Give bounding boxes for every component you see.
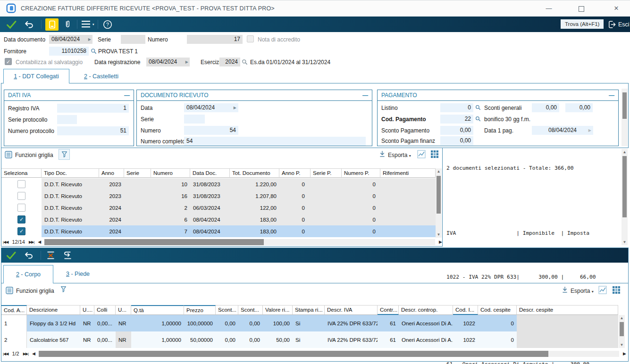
serie-protocollo-field[interactable] bbox=[57, 115, 77, 124]
close-button[interactable]: ✕ bbox=[609, 3, 624, 14]
col-um-1[interactable]: U.... bbox=[80, 305, 94, 315]
esporta-button[interactable]: Esporta ▾ bbox=[571, 288, 594, 294]
scroll-down-icon[interactable]: ▼ bbox=[622, 240, 628, 244]
serie-field[interactable] bbox=[121, 35, 145, 44]
col-serie[interactable]: Serie bbox=[124, 168, 151, 178]
nota-accredito-checkbox[interactable] bbox=[247, 35, 254, 42]
calendar-arrow-icon[interactable]: ▶ bbox=[185, 58, 188, 66]
col-prezzo[interactable]: Prezzo bbox=[184, 305, 216, 315]
delete-row-button[interactable] bbox=[46, 250, 56, 260]
scroll-right-icon[interactable]: ▶ bbox=[439, 240, 442, 244]
row-checkbox[interactable] bbox=[17, 192, 25, 200]
serie-field[interactable] bbox=[184, 115, 205, 124]
first-page-button[interactable]: |◀◀ bbox=[3, 352, 8, 356]
esporta-download-icon[interactable] bbox=[379, 150, 386, 157]
collapse-icon[interactable]: — bbox=[609, 92, 614, 99]
col-tot-documento[interactable]: Tot. Documento bbox=[230, 168, 279, 178]
chart-view-button[interactable] bbox=[417, 150, 426, 158]
post-document-button[interactable] bbox=[45, 18, 59, 31]
listino-lookup-button[interactable] bbox=[475, 105, 481, 110]
col-descrizione[interactable]: Descrizione bbox=[27, 305, 80, 315]
scroll-up-icon[interactable]: ▲ bbox=[619, 316, 625, 320]
col-um-2[interactable]: U... bbox=[116, 305, 131, 315]
tab-corpo[interactable]: 2 - Corpo bbox=[3, 265, 53, 283]
chart-view-button[interactable] bbox=[598, 286, 607, 294]
col-sconto-1[interactable]: Scont... bbox=[216, 305, 238, 315]
sconto-pagam-finanz-field[interactable]: 0,00 bbox=[440, 136, 473, 145]
scroll-up-icon[interactable]: ▲ bbox=[622, 150, 628, 154]
sconto-pagamento-field[interactable]: 0,00 bbox=[440, 126, 473, 135]
col-anno-p[interactable]: Anno P. bbox=[279, 168, 311, 178]
col-qta[interactable]: Q.tà bbox=[131, 305, 184, 315]
col-cod-articolo[interactable]: Cod. A... bbox=[1, 305, 27, 315]
undo-button[interactable] bbox=[24, 19, 34, 30]
hscrollbar[interactable] bbox=[44, 239, 435, 245]
maximize-button[interactable] bbox=[574, 3, 589, 14]
col-tipo-doc[interactable]: Tipo Doc. bbox=[42, 168, 99, 178]
table-row[interactable]: D.D.T. Ricevuto 2023 16 31/08/2023 1.207… bbox=[1, 190, 436, 202]
calendar-arrow-icon[interactable]: ▶ bbox=[234, 103, 236, 112]
ddt-grid-vscrollbar[interactable]: ▲ ▼ bbox=[436, 168, 442, 238]
scrollbar-thumb[interactable] bbox=[620, 322, 624, 336]
esercizio-field[interactable]: 2024 bbox=[219, 58, 240, 66]
panels-scrollbar[interactable] bbox=[622, 89, 628, 146]
numero-protocollo-field[interactable]: 51 bbox=[57, 126, 129, 135]
scroll-down-icon[interactable]: ▼ bbox=[436, 232, 442, 237]
data-registrazione-field[interactable]: 08/04/2024 ▶ bbox=[146, 58, 190, 66]
col-data-doc[interactable]: Data Doc. bbox=[190, 168, 230, 178]
help-button[interactable]: ? bbox=[102, 19, 113, 30]
table-row[interactable]: D.D.T. Ricevuto 2023 10 31/08/2023 1.220… bbox=[1, 178, 436, 190]
funzioni-griglia-button[interactable]: Funzioni griglia bbox=[15, 152, 53, 158]
funzioni-griglia-button[interactable]: Funzioni griglia bbox=[16, 288, 54, 294]
scrollbar-thumb[interactable] bbox=[437, 176, 441, 214]
hscrollbar-thumb[interactable] bbox=[39, 351, 548, 357]
table-row[interactable]: D.D.T. Ricevuto 2024 2 06/03/2024 122,00… bbox=[1, 202, 436, 214]
minimize-button[interactable]: — bbox=[541, 3, 556, 14]
fornitore-code-field[interactable]: 11010258 bbox=[49, 47, 89, 56]
tab-piede[interactable]: 3 - Piede bbox=[66, 271, 90, 277]
table-row[interactable]: ✓ D.D.T. Ricevuto 2024 6 08/04/2024 183,… bbox=[1, 214, 436, 225]
col-numero[interactable]: Numero bbox=[151, 168, 190, 178]
data-field[interactable]: 08/04/2024 ▶ bbox=[184, 103, 238, 112]
col-descr-contropartita[interactable]: Descr. controp. bbox=[399, 305, 453, 315]
cod-pagamento-lookup-button[interactable] bbox=[475, 116, 481, 122]
table-row-selected[interactable]: 1 Floppy da 3 1/2 Hd NR 0,00... NR 1,000… bbox=[1, 315, 618, 331]
tab-castelletti[interactable]: 2 - Castelletti bbox=[84, 73, 118, 80]
sconti-generali-field-2[interactable]: 0,00 bbox=[565, 103, 593, 112]
first-page-button[interactable]: |◀◀ bbox=[3, 240, 8, 244]
col-cod-cespite[interactable]: Cod. cespite bbox=[478, 305, 517, 315]
hscrollbar-thumb[interactable] bbox=[44, 239, 264, 245]
registro-iva-field[interactable]: 1 bbox=[57, 104, 129, 113]
col-riferimenti[interactable]: Riferimenti bbox=[380, 168, 436, 178]
col-numero-p[interactable]: Numero P. bbox=[342, 168, 380, 178]
summary-scrollbar[interactable]: ▲ ▼ bbox=[622, 149, 628, 245]
scroll-left-icon[interactable]: ◀ bbox=[38, 240, 41, 244]
col-anno[interactable]: Anno bbox=[99, 168, 124, 178]
hscrollbar[interactable] bbox=[39, 351, 619, 357]
esci-button[interactable] bbox=[607, 20, 617, 29]
grid-view-button[interactable] bbox=[613, 286, 620, 294]
col-colli[interactable]: Colli bbox=[94, 305, 116, 315]
col-serie-p[interactable]: Serie P. bbox=[311, 168, 342, 178]
esercizio-lookup-button[interactable] bbox=[242, 59, 248, 65]
filter-button[interactable] bbox=[59, 149, 70, 160]
attachments-button[interactable] bbox=[63, 19, 72, 30]
col-sconto-2[interactable]: Scont... bbox=[238, 305, 263, 315]
last-page-button[interactable]: ▶▶| bbox=[29, 240, 34, 244]
scroll-up-icon[interactable]: ▲ bbox=[436, 169, 442, 174]
listino-field[interactable]: 0 bbox=[440, 103, 473, 112]
numero-completo-field[interactable]: 54 bbox=[184, 137, 366, 146]
scrollbar-thumb[interactable] bbox=[622, 156, 627, 217]
table-row[interactable]: 2 Calcolatrice 567 NR 0,00... NR 1,00000… bbox=[1, 331, 618, 348]
scroll-right-icon[interactable]: ▶ bbox=[623, 351, 626, 356]
collapse-icon[interactable]: — bbox=[362, 92, 368, 99]
col-seleziona[interactable]: Seleziona bbox=[1, 168, 42, 178]
esporta-download-icon[interactable] bbox=[562, 286, 568, 293]
panels-scrollbar-thumb[interactable] bbox=[622, 92, 627, 119]
collapse-icon[interactable]: — bbox=[124, 92, 130, 99]
sconti-generali-field-1[interactable]: 0,00 bbox=[532, 103, 559, 112]
data-documento-field[interactable]: 08/04/2024 ▶ bbox=[49, 35, 92, 44]
confirm-button[interactable] bbox=[6, 19, 17, 30]
table-row-selected[interactable]: ✓ D.D.T. Ricevuto 2024 7 08/04/2024 183,… bbox=[1, 225, 436, 237]
col-descr-iva[interactable]: Descr. IVA bbox=[325, 305, 378, 315]
